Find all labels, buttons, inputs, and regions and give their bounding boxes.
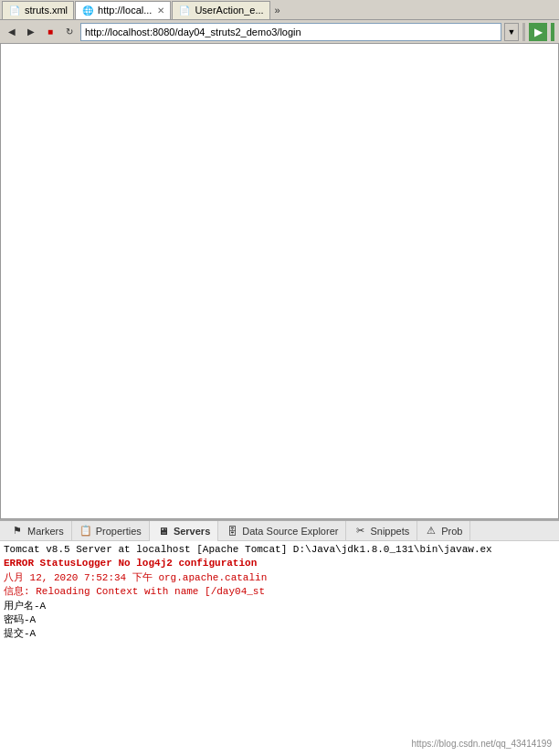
- tab-markers[interactable]: ⚑ Markers: [4, 521, 72, 541]
- address-dropdown[interactable]: ▼: [504, 23, 519, 41]
- tab-struts-xml[interactable]: 📄 struts.xml: [2, 1, 74, 19]
- tab-servers[interactable]: 🖥 Servers: [150, 521, 218, 541]
- address-input[interactable]: [80, 23, 501, 41]
- console-line: Tomcat v8.5 Server at localhost [Apache …: [4, 543, 555, 557]
- servers-icon: 🖥: [157, 525, 170, 538]
- bottom-tab-bar: ⚑ Markers 📋 Properties 🖥 Servers 🗄 Data …: [0, 521, 559, 541]
- console-line-info1: 八月 12, 2020 7:52:34 下午 org.apache.catali…: [4, 571, 555, 585]
- prob-icon: ⚠: [425, 525, 438, 538]
- datasource-icon: 🗄: [226, 525, 238, 538]
- address-bar: ◀ ▶ ■ ↻ ▼ ▶: [0, 20, 559, 44]
- file-icon: 📄: [178, 4, 191, 16]
- console-line-user2: 密码-A: [4, 613, 555, 627]
- tab-servers-label: Servers: [174, 526, 210, 537]
- browser-window: 📄 struts.xml 🌐 http://local... ✕ 📄 UserA…: [0, 0, 559, 756]
- tab-label: struts.xml: [25, 5, 68, 16]
- console-line-user1: 用户名-A: [4, 600, 555, 613]
- tab-label: http://local...: [98, 5, 152, 16]
- console-line-user3: 提交-A: [4, 627, 555, 641]
- console-output: Tomcat v8.5 Server at localhost [Apache …: [0, 541, 559, 756]
- tab-prob-label: Prob: [441, 526, 462, 537]
- divider2: [551, 23, 554, 41]
- tab-properties[interactable]: 📋 Properties: [72, 521, 150, 541]
- tab-close-button[interactable]: ✕: [157, 5, 164, 16]
- tab-datasource-label: Data Source Explorer: [242, 526, 338, 537]
- properties-icon: 📋: [79, 525, 92, 538]
- console-line-info2: 信息: Reloading Context with name [/day04_…: [4, 585, 555, 599]
- go-arrow-icon: ▶: [534, 26, 543, 38]
- tab-localhost[interactable]: 🌐 http://local... ✕: [75, 1, 171, 19]
- browser-content: [0, 44, 559, 519]
- tab-overflow-button[interactable]: »: [271, 5, 284, 16]
- file-icon: 📄: [8, 4, 21, 16]
- watermark: https://blog.csdn.net/qq_43414199: [412, 739, 552, 749]
- go-button[interactable]: ▶: [529, 23, 547, 41]
- forward-button[interactable]: ▶: [23, 24, 39, 40]
- tab-snippets-label: Snippets: [370, 526, 409, 537]
- tab-properties-label: Properties: [96, 526, 142, 537]
- tab-markers-label: Markers: [27, 526, 64, 537]
- console-line-error: ERROR StatusLogger No log4j2 configurati…: [4, 557, 555, 570]
- tab-snippets[interactable]: ✂ Snippets: [346, 521, 417, 541]
- refresh-button[interactable]: ↻: [61, 24, 78, 40]
- tab-label: UserAction_e...: [195, 5, 263, 16]
- back-button[interactable]: ◀: [4, 24, 20, 40]
- tab-datasource[interactable]: 🗄 Data Source Explorer: [218, 521, 346, 541]
- stop-button[interactable]: ■: [42, 24, 58, 40]
- bottom-panel: ⚑ Markers 📋 Properties 🖥 Servers 🗄 Data …: [0, 519, 559, 756]
- globe-icon: 🌐: [81, 4, 94, 16]
- tab-useraction[interactable]: 📄 UserAction_e...: [172, 1, 269, 19]
- markers-icon: ⚑: [11, 525, 24, 538]
- tab-bar: 📄 struts.xml 🌐 http://local... ✕ 📄 UserA…: [0, 0, 559, 20]
- divider: [522, 23, 525, 41]
- snippets-icon: ✂: [353, 525, 366, 538]
- tab-prob[interactable]: ⚠ Prob: [417, 521, 470, 541]
